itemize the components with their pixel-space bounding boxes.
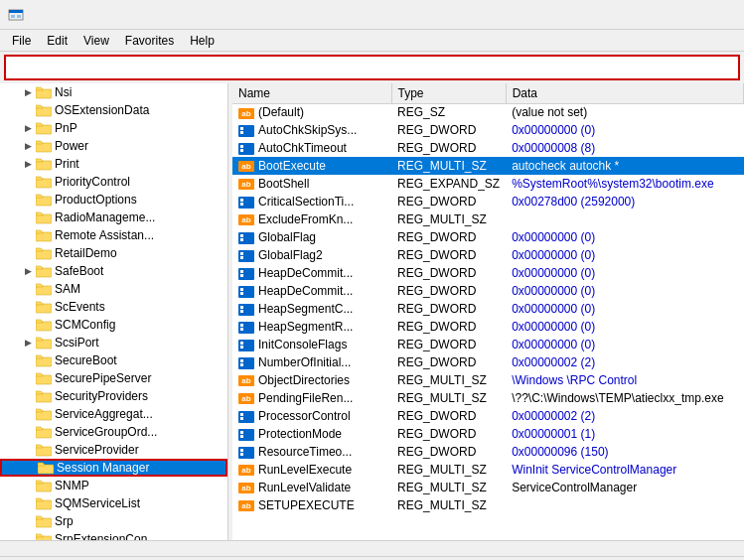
- reg-icon-dword: [238, 250, 254, 262]
- folder-icon: [36, 228, 52, 242]
- svg-rect-52: [36, 518, 52, 527]
- address-bar[interactable]: [4, 55, 740, 80]
- close-button[interactable]: [690, 1, 736, 29]
- cell-data: 0x00278d00 (2592000): [506, 193, 743, 210]
- table-row[interactable]: HeapDeCommit...REG_DWORD0x00000000 (0): [232, 282, 744, 300]
- tree-item-label: ScEvents: [55, 300, 105, 314]
- col-data: Data: [506, 83, 743, 103]
- tree-item-print[interactable]: ▶Print: [0, 155, 227, 173]
- tree-item-snmp[interactable]: SNMP: [0, 477, 227, 494]
- cell-data: 0x00000000 (0): [506, 228, 743, 246]
- expand-icon[interactable]: ▶: [20, 266, 36, 276]
- svg-rect-44: [36, 447, 52, 456]
- table-row[interactable]: ResourceTimeo...REG_DWORD0x00000096 (150…: [232, 443, 744, 461]
- menu-help[interactable]: Help: [182, 30, 223, 51]
- minimize-button[interactable]: [595, 1, 641, 29]
- reg-icon-dword: [238, 268, 254, 280]
- table-row[interactable]: CriticalSectionTi...REG_DWORD0x00278d00 …: [232, 193, 744, 210]
- table-row[interactable]: GlobalFlagREG_DWORD0x00000000 (0): [232, 228, 744, 246]
- menu-view[interactable]: View: [75, 30, 117, 51]
- tree-item-productoptions[interactable]: ProductOptions: [0, 191, 227, 209]
- svg-rect-28: [36, 304, 52, 313]
- reg-icon-dword: [238, 357, 254, 369]
- tree-item-serviceaggregat---[interactable]: ServiceAggregat...: [0, 405, 227, 423]
- expand-icon[interactable]: ▶: [20, 159, 36, 169]
- tree-item-scsiport[interactable]: ▶ScsiPort: [0, 334, 227, 351]
- cell-name: abRunLevelExecute: [232, 461, 391, 479]
- tree-item-securityproviders[interactable]: SecurityProviders: [0, 387, 227, 405]
- table-row[interactable]: abObjectDirectoriesREG_MULTI_SZ\Windows …: [232, 371, 744, 389]
- table-row[interactable]: abBootShellREG_EXPAND_SZ%SystemRoot%\sys…: [232, 175, 744, 193]
- table-row[interactable]: abRunLevelExecuteREG_MULTI_SZWinInit Ser…: [232, 461, 744, 479]
- expand-icon[interactable]: ▶: [20, 338, 36, 348]
- tree-item-srpextensioncon---[interactable]: SrpExtensionCon...: [0, 530, 227, 540]
- tree-item-label: ProductOptions: [55, 193, 137, 207]
- table-row[interactable]: AutoChkTimeoutREG_DWORD0x00000008 (8): [232, 139, 744, 157]
- reg-icon-dword: [238, 340, 254, 351]
- tree-panel[interactable]: ▶NsiOSExtensionData▶PnP▶Power▶PrintPrior…: [0, 83, 228, 540]
- tree-item-scevents[interactable]: ScEvents: [0, 298, 227, 316]
- horizontal-scrollbar[interactable]: [0, 540, 744, 556]
- tree-item-safeboot[interactable]: ▶SafeBoot: [0, 262, 227, 280]
- tree-item-sqmservicelist[interactable]: SQMServiceList: [0, 494, 227, 512]
- tree-item-serviceprovider[interactable]: ServiceProvider: [0, 441, 227, 459]
- table-row[interactable]: ProcessorControlREG_DWORD0x00000002 (2): [232, 407, 744, 425]
- table-row[interactable]: abPendingFileRen...REG_MULTI_SZ\??\C:\Wi…: [232, 389, 744, 407]
- cell-name: abPendingFileRen...: [232, 389, 391, 407]
- tree-item-secureboot[interactable]: SecureBoot: [0, 351, 227, 369]
- table-row[interactable]: GlobalFlag2REG_DWORD0x00000000 (0): [232, 246, 744, 264]
- svg-rect-40: [36, 411, 52, 420]
- table-row[interactable]: ab(Default)REG_SZ(value not set): [232, 103, 744, 121]
- reg-icon-dword: [238, 286, 254, 298]
- cell-data: ServiceControlManager: [506, 479, 743, 496]
- table-row[interactable]: abBootExecuteREG_MULTI_SZautocheck autoc…: [232, 157, 744, 175]
- cell-type: REG_DWORD: [391, 336, 506, 353]
- folder-icon: [36, 514, 52, 528]
- cell-type: REG_MULTI_SZ: [391, 371, 506, 389]
- tree-item-session-manager[interactable]: Session Manager: [0, 459, 227, 477]
- expand-icon[interactable]: ▶: [20, 141, 36, 151]
- menu-edit[interactable]: Edit: [39, 30, 75, 51]
- menu-favorites[interactable]: Favorites: [117, 30, 182, 51]
- table-row[interactable]: HeapSegmentC...REG_DWORD0x00000000 (0): [232, 300, 744, 318]
- cell-name: AutoChkTimeout: [232, 139, 391, 157]
- reg-icon-dword: [238, 411, 254, 423]
- tree-item-pnp[interactable]: ▶PnP: [0, 119, 227, 137]
- tree-item-label: SecurePipeServer: [55, 371, 151, 385]
- cell-type: REG_DWORD: [391, 246, 506, 264]
- tree-item-retaildemo[interactable]: RetailDemo: [0, 244, 227, 262]
- table-row[interactable]: AutoChkSkipSys...REG_DWORD0x00000000 (0): [232, 121, 744, 139]
- title-bar-controls: [595, 1, 736, 29]
- table-row[interactable]: abRunLevelValidateREG_MULTI_SZServiceCon…: [232, 479, 744, 496]
- tree-item-radiomanageme---[interactable]: RadioManageme...: [0, 209, 227, 226]
- table-row[interactable]: abSETUPEXECUTEREG_MULTI_SZ: [232, 496, 744, 514]
- table-row[interactable]: HeapDeCommit...REG_DWORD0x00000000 (0): [232, 264, 744, 282]
- table-row[interactable]: ProtectionModeREG_DWORD0x00000001 (1): [232, 425, 744, 443]
- tree-item-power[interactable]: ▶Power: [0, 137, 227, 155]
- tree-item-srp[interactable]: Srp: [0, 512, 227, 530]
- folder-icon: [36, 282, 52, 296]
- tree-item-osextensiondata[interactable]: OSExtensionData: [0, 101, 227, 119]
- table-row[interactable]: abExcludeFromKn...REG_MULTI_SZ: [232, 210, 744, 228]
- menu-file[interactable]: File: [4, 30, 39, 51]
- svg-rect-10: [36, 143, 52, 152]
- tree-item-scmconfig[interactable]: SCMConfig: [0, 316, 227, 334]
- cell-type: REG_DWORD: [391, 353, 506, 371]
- expand-icon[interactable]: ▶: [20, 87, 36, 97]
- maximize-button[interactable]: [643, 1, 688, 29]
- tree-item-servicegroupord---[interactable]: ServiceGroupOrd...: [0, 423, 227, 441]
- tree-item-sam[interactable]: SAM: [0, 280, 227, 298]
- tree-item-securepipeserver[interactable]: SecurePipeServer: [0, 369, 227, 387]
- tree-item-nsi[interactable]: ▶Nsi: [0, 83, 227, 101]
- cell-data: (value not set): [506, 103, 743, 121]
- table-row[interactable]: HeapSegmentR...REG_DWORD0x00000000 (0): [232, 318, 744, 336]
- table-row[interactable]: InitConsoleFlagsREG_DWORD0x00000000 (0): [232, 336, 744, 353]
- tree-item-prioritycontrol[interactable]: PriorityControl: [0, 173, 227, 191]
- tree-item-label: SecureBoot: [55, 353, 117, 367]
- table-row[interactable]: NumberOfInitial...REG_DWORD0x00000002 (2…: [232, 353, 744, 371]
- data-panel[interactable]: Name Type Data ab(Default)REG_SZ(value n…: [232, 83, 744, 540]
- folder-icon: [36, 371, 52, 385]
- tree-item-remote-assistan---[interactable]: Remote Assistan...: [0, 226, 227, 244]
- expand-icon[interactable]: ▶: [20, 123, 36, 133]
- tree-item-label: SecurityProviders: [55, 389, 148, 403]
